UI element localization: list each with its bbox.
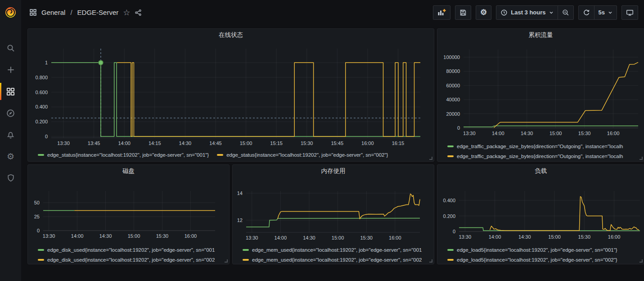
time-range-label: Last 3 hours bbox=[511, 9, 545, 16]
legend-item[interactable]: edge_disk_used{instance="localhost:19202… bbox=[38, 245, 229, 255]
refresh-button[interactable] bbox=[579, 6, 594, 19]
svg-text:0: 0 bbox=[453, 229, 455, 234]
svg-text:14:30: 14:30 bbox=[179, 140, 192, 146]
series-swatch-green bbox=[243, 249, 249, 251]
panel-title[interactable]: 在线状态 bbox=[28, 29, 434, 41]
svg-text:14:30: 14:30 bbox=[521, 131, 533, 136]
dashboard-settings-button[interactable]: ⚙ bbox=[476, 6, 491, 19]
sidebar-item-alerting[interactable] bbox=[0, 124, 21, 145]
svg-text:25: 25 bbox=[34, 214, 40, 219]
legend-item[interactable]: edge_disk_used{instance="localhost:19202… bbox=[38, 255, 229, 264]
svg-text:16:00: 16:00 bbox=[185, 233, 197, 239]
legend: edge_status{instance="localhost:19202", … bbox=[38, 150, 434, 160]
panel-resize-handle[interactable] bbox=[639, 157, 643, 160]
time-range-picker[interactable]: Last 3 hours bbox=[496, 6, 557, 19]
svg-text:80000: 80000 bbox=[446, 68, 460, 74]
dashboards-grid-icon bbox=[6, 87, 15, 96]
panel-title[interactable]: 磁盘 bbox=[28, 165, 229, 177]
clock-icon bbox=[500, 9, 508, 16]
chart-disk[interactable]: 13:3014:0014:3015:0015:3016:0002550 bbox=[28, 177, 229, 245]
panel-resize-handle[interactable] bbox=[225, 259, 228, 263]
add-panel-icon bbox=[437, 9, 446, 16]
svg-text:15:15: 15:15 bbox=[270, 140, 283, 146]
legend-label: edge_status{instance="localhost:19202", … bbox=[226, 152, 388, 158]
svg-text:16:00: 16:00 bbox=[361, 140, 374, 146]
add-panel-button[interactable] bbox=[433, 6, 450, 19]
svg-text:15:00: 15:00 bbox=[128, 233, 140, 239]
svg-text:14:00: 14:00 bbox=[489, 234, 501, 240]
sidebar-item-explore[interactable] bbox=[0, 102, 21, 124]
svg-text:14:30: 14:30 bbox=[518, 234, 531, 240]
breadcrumb-dashboard-title: EDGE-Server bbox=[77, 9, 119, 16]
topbar: General / EDGE-Server ☆ bbox=[21, 0, 644, 25]
chart-online-status[interactable]: 13:3013:4514:0014:1514:3014:4515:0015:15… bbox=[28, 41, 434, 149]
chart-cumulative-traffic[interactable]: 13:3014:0014:3015:0015:3016:000200004000… bbox=[437, 41, 644, 141]
svg-text:16:00: 16:00 bbox=[389, 235, 401, 240]
svg-text:0: 0 bbox=[45, 134, 48, 139]
legend-label: edge_traffic_package_size_bytes{directio… bbox=[457, 144, 623, 149]
panel-title[interactable]: 内存使用 bbox=[233, 165, 434, 177]
zoom-out-button[interactable] bbox=[558, 6, 573, 19]
apps-icon bbox=[29, 9, 37, 16]
panel-title[interactable]: 负载 bbox=[437, 165, 644, 177]
sidebar-item-configuration[interactable]: ⚙ bbox=[0, 145, 21, 167]
legend-label: edge_load5{instance="localhost:19202", j… bbox=[457, 247, 617, 253]
main-area: General / EDGE-Server ☆ bbox=[21, 0, 644, 281]
panel-title[interactable]: 累积流量 bbox=[437, 29, 644, 41]
legend-label: edge_traffic_package_size_bytes{directio… bbox=[457, 154, 623, 159]
panel-resize-handle[interactable] bbox=[429, 259, 432, 263]
svg-text:15:45: 15:45 bbox=[331, 140, 344, 146]
svg-text:14:00: 14:00 bbox=[492, 131, 504, 136]
favorite-star-button[interactable]: ☆ bbox=[123, 9, 130, 17]
sidebar-item-server-admin[interactable] bbox=[0, 167, 21, 189]
refresh-interval-label: 5s bbox=[599, 9, 605, 16]
svg-text:50: 50 bbox=[34, 200, 40, 205]
svg-text:14:15: 14:15 bbox=[149, 140, 161, 146]
sidebar-item-search[interactable] bbox=[0, 37, 21, 59]
legend: edge_disk_used{instance="localhost:19202… bbox=[38, 245, 229, 264]
save-dashboard-button[interactable] bbox=[455, 6, 471, 19]
chart-memory-usage[interactable]: 13:3014:0014:3015:0015:3016:001214 bbox=[233, 177, 434, 245]
legend: edge_mem_used{instance="localhost:19202"… bbox=[243, 245, 434, 264]
plus-icon bbox=[7, 66, 15, 74]
search-icon bbox=[7, 44, 15, 52]
legend-item[interactable]: edge_mem_used{instance="localhost:19202"… bbox=[243, 245, 434, 255]
refresh-interval-select[interactable]: 5s bbox=[594, 6, 617, 19]
series-swatch-yellow bbox=[243, 259, 249, 261]
grafana-logo[interactable] bbox=[0, 0, 21, 25]
svg-text:1: 1 bbox=[45, 60, 48, 65]
svg-text:0.200: 0.200 bbox=[443, 213, 455, 219]
legend-item[interactable]: edge_load5{instance="localhost:19202", j… bbox=[447, 255, 644, 264]
svg-text:16:15: 16:15 bbox=[392, 140, 405, 146]
kiosk-tv-button[interactable] bbox=[622, 6, 638, 19]
sidebar-item-create[interactable] bbox=[0, 59, 21, 81]
panel-cumulative-traffic: 累积流量 13:3014:0014:3015:0015:3016:0002000… bbox=[437, 28, 644, 162]
svg-text:60000: 60000 bbox=[446, 83, 460, 88]
legend-item[interactable]: edge_load5{instance="localhost:19202", j… bbox=[447, 245, 644, 255]
svg-text:16:00: 16:00 bbox=[607, 131, 620, 136]
sidebar-item-dashboards[interactable] bbox=[0, 81, 21, 102]
legend-item[interactable]: edge_traffic_package_size_bytes{directio… bbox=[447, 141, 644, 151]
legend-item[interactable]: edge_mem_used{instance="localhost:19202"… bbox=[243, 255, 434, 264]
panel-resize-handle[interactable] bbox=[429, 157, 432, 160]
save-icon bbox=[459, 9, 467, 16]
legend-item[interactable]: edge_traffic_package_size_bytes{directio… bbox=[447, 151, 644, 161]
compass-icon bbox=[6, 109, 15, 118]
chart-load[interactable]: 13:3014:0014:3015:0015:3016:0000.2000.40… bbox=[437, 177, 644, 245]
svg-text:13:30: 13:30 bbox=[43, 233, 55, 239]
svg-text:12: 12 bbox=[237, 218, 243, 223]
svg-text:0.600: 0.600 bbox=[35, 90, 48, 95]
legend-item[interactable]: edge_status{instance="localhost:19202", … bbox=[217, 150, 388, 160]
svg-text:15:30: 15:30 bbox=[578, 234, 591, 240]
legend-label: edge_status{instance="localhost:19202", … bbox=[47, 152, 209, 158]
svg-text:13:30: 13:30 bbox=[463, 131, 476, 136]
legend-label: edge_disk_used{instance="localhost:19202… bbox=[47, 247, 215, 253]
legend-item[interactable]: edge_status{instance="localhost:19202", … bbox=[38, 150, 209, 160]
active-indicator bbox=[0, 83, 1, 100]
legend-label: edge_load5{instance="localhost:19202", j… bbox=[457, 257, 617, 263]
breadcrumb-separator: / bbox=[70, 9, 72, 16]
svg-text:14: 14 bbox=[237, 190, 243, 196]
share-button[interactable] bbox=[135, 9, 142, 16]
panel-resize-handle[interactable] bbox=[639, 259, 643, 263]
breadcrumb-folder[interactable]: General bbox=[41, 9, 65, 16]
